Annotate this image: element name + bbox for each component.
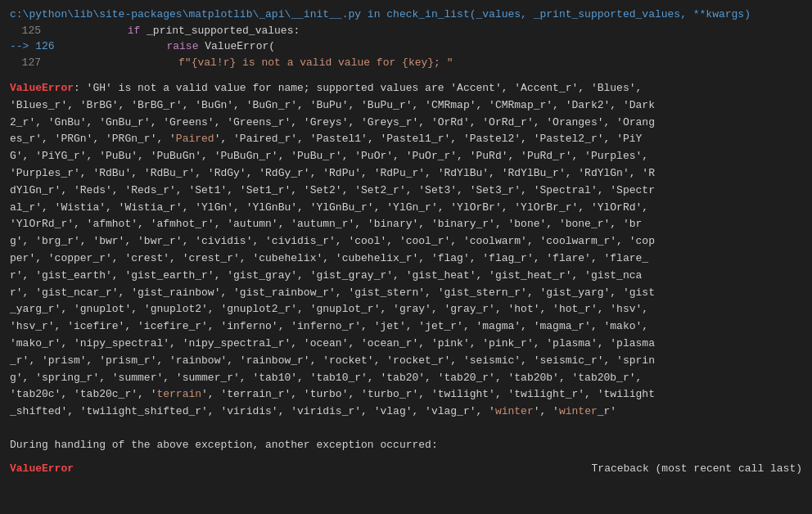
code-line-125: 125 if _print_supported_values: (10, 23, 802, 39)
code-content-126: raise ValueError( (65, 38, 275, 55)
traceback-error-label: ValueError (10, 461, 74, 477)
code-line-127: 127 f"{val!r} is not a valid value for {… (10, 55, 802, 71)
terminal-window: c:\python\lib\site-packages\matplotlib\_… (0, 0, 812, 514)
during-handling-text: During handling of the above exception, … (10, 437, 802, 454)
code-content-125: if _print_supported_values: (51, 23, 300, 39)
line-number-127: 127 (10, 55, 51, 71)
traceback-right-text: Traceback (most recent call last) (74, 461, 802, 477)
line-number-125: 125 (10, 23, 51, 39)
error-block: ValueError: 'GH' is not a valid value fo… (10, 80, 802, 421)
path-line: c:\python\lib\site-packages\matplotlib\_… (10, 7, 802, 23)
line-arrow-126: --> 126 (10, 38, 65, 55)
code-line-126: --> 126 raise ValueError( (10, 38, 802, 55)
traceback-row: ValueError Traceback (most recent call l… (10, 461, 802, 477)
code-content-127: f"{val!r} is not a valid value for {key}… (51, 55, 453, 71)
